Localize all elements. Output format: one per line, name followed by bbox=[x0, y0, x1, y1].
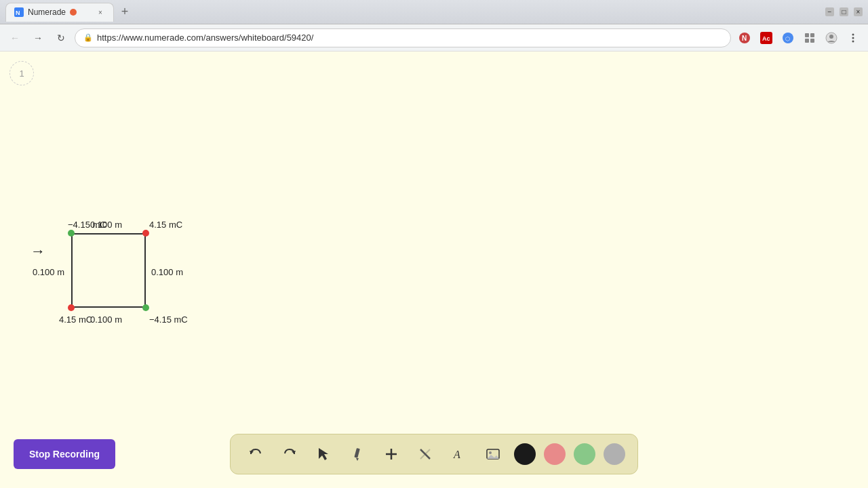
maximize-button[interactable]: □ bbox=[840, 7, 848, 16]
svg-text:Ac: Ac bbox=[762, 35, 770, 42]
diagram-arrow: → bbox=[31, 243, 45, 260]
forward-button[interactable]: → bbox=[28, 28, 47, 47]
browser-tab[interactable]: N Numerade × bbox=[5, 3, 114, 22]
svg-rect-11 bbox=[810, 39, 814, 43]
corner-dot-bottom-right bbox=[142, 304, 149, 311]
label-right-distance: 0.100 m bbox=[151, 267, 183, 277]
svg-point-13 bbox=[829, 35, 833, 39]
browser-frame: N Numerade × + − □ × ← → ↻ 🔒 http bbox=[0, 0, 868, 488]
color-pink[interactable] bbox=[544, 443, 566, 465]
tab-favicon: N bbox=[14, 7, 24, 17]
pencil-tool-button[interactable] bbox=[344, 441, 370, 467]
svg-text:A: A bbox=[453, 449, 460, 460]
reload-button[interactable]: ↻ bbox=[52, 28, 71, 47]
color-green[interactable] bbox=[574, 443, 595, 465]
select-tool-button[interactable] bbox=[311, 441, 336, 467]
recording-indicator bbox=[70, 9, 77, 16]
text-tool-button[interactable]: A bbox=[446, 441, 472, 467]
corner-dot-top-right bbox=[142, 230, 149, 237]
label-bottom-distance: 0.100 m bbox=[90, 314, 122, 325]
svg-point-16 bbox=[852, 40, 854, 42]
square-shape bbox=[71, 233, 146, 308]
redo-button[interactable] bbox=[277, 441, 302, 467]
svg-rect-20 bbox=[354, 448, 359, 458]
url-text: https://www.numerade.com/answers/whitebo… bbox=[97, 33, 313, 43]
tab-bar: N Numerade × + bbox=[5, 0, 825, 24]
tab-title: Numerade bbox=[28, 7, 66, 17]
label-bottom-left-charge: 4.15 mC bbox=[59, 314, 92, 325]
svg-point-15 bbox=[852, 37, 854, 39]
browser-titlebar: N Numerade × + − □ × bbox=[0, 0, 868, 24]
svg-rect-10 bbox=[805, 39, 809, 43]
browser-toolbar-icons: N Ac ⬡ bbox=[735, 28, 863, 47]
page-number: 1 bbox=[19, 68, 24, 79]
new-tab-button[interactable]: + bbox=[115, 3, 134, 22]
lock-icon: 🔒 bbox=[83, 33, 93, 42]
svg-text:N: N bbox=[742, 35, 747, 42]
corner-dot-bottom-left bbox=[68, 304, 75, 311]
address-bar[interactable]: 🔒 https://www.numerade.com/answers/white… bbox=[75, 28, 731, 47]
close-button[interactable]: × bbox=[854, 7, 863, 16]
menu-icon[interactable] bbox=[844, 28, 863, 47]
svg-text:⬡: ⬡ bbox=[785, 36, 790, 42]
svg-marker-19 bbox=[319, 448, 328, 460]
browser-toolbar: ← → ↻ 🔒 https://www.numerade.com/answers… bbox=[0, 24, 868, 52]
grid-icon[interactable] bbox=[800, 28, 819, 47]
back-button[interactable]: ← bbox=[5, 28, 24, 47]
corner-dot-top-left bbox=[68, 230, 75, 237]
svg-marker-29 bbox=[487, 455, 499, 459]
minimize-button[interactable]: − bbox=[825, 7, 834, 16]
whiteboard-content: 1 → −4.15 mC 0.100 m 4.15 mC 0 bbox=[0, 52, 868, 488]
color-gray[interactable] bbox=[604, 443, 625, 465]
svg-point-14 bbox=[852, 33, 854, 35]
stop-recording-button[interactable]: Stop Recording bbox=[14, 439, 115, 469]
svg-text:N: N bbox=[16, 9, 20, 16]
page-number-indicator: 1 bbox=[9, 61, 34, 85]
bottom-toolbar: A bbox=[230, 434, 638, 474]
undo-button[interactable] bbox=[243, 441, 269, 467]
add-tool-button[interactable] bbox=[378, 441, 404, 467]
tab-close-button[interactable]: × bbox=[96, 7, 105, 17]
svg-point-28 bbox=[489, 451, 492, 454]
label-left-distance: 0.100 m bbox=[33, 267, 64, 277]
window-controls: − □ × bbox=[825, 7, 863, 16]
account-icon[interactable] bbox=[822, 28, 841, 47]
label-bottom-right-charge: −4.15 mC bbox=[149, 314, 188, 325]
svg-rect-9 bbox=[810, 33, 814, 37]
acrobat-icon[interactable]: Ac bbox=[757, 28, 776, 47]
label-top-distance: 0.100 m bbox=[90, 220, 122, 230]
label-top-right-charge: 4.15 mC bbox=[149, 220, 182, 230]
profile-icon[interactable]: N bbox=[735, 28, 754, 47]
extension-icon[interactable]: ⬡ bbox=[778, 28, 797, 47]
eraser-tool-button[interactable] bbox=[412, 441, 438, 467]
svg-marker-21 bbox=[356, 458, 359, 461]
svg-rect-8 bbox=[805, 33, 809, 37]
color-black[interactable] bbox=[514, 443, 536, 465]
image-tool-button[interactable] bbox=[480, 441, 506, 467]
